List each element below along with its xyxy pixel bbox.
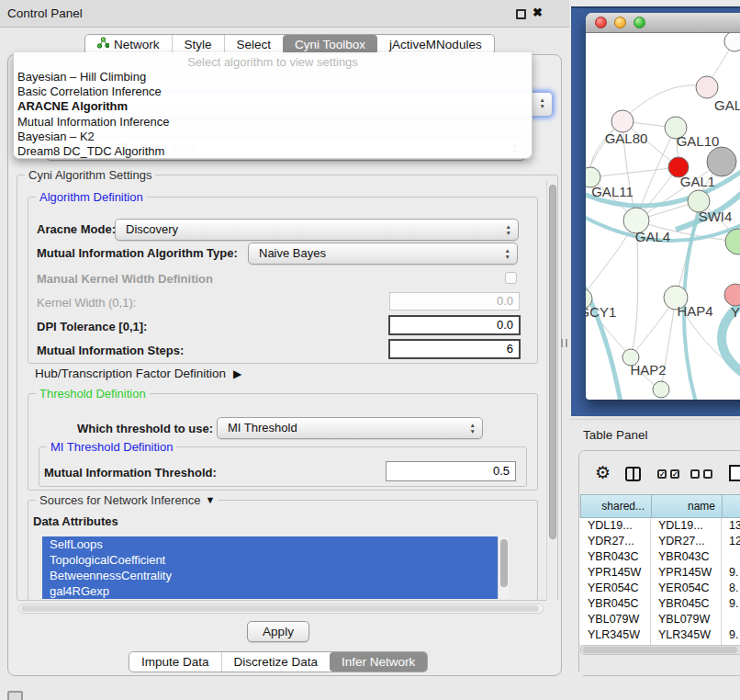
columns-icon[interactable] xyxy=(625,467,641,481)
list-scrollbar[interactable] xyxy=(498,536,509,599)
chevron-updown-icon: ▲▼ xyxy=(540,96,545,109)
checked-box-icon[interactable]: ✓ xyxy=(657,469,667,479)
checked-box-icon[interactable]: ✓ xyxy=(670,469,679,479)
network-node-label-SWI4: SWI4 xyxy=(699,209,733,224)
popup-item-bayesian-k2[interactable]: Bayesian – K2 xyxy=(14,130,532,144)
tab-infer-network[interactable]: Infer Network xyxy=(330,652,427,672)
table-cell[interactable]: YBR045C xyxy=(580,596,652,612)
tab-impute-data[interactable]: Impute Data xyxy=(129,652,221,672)
tab-network[interactable]: Network xyxy=(85,35,172,54)
which-threshold-combo[interactable]: MI Threshold ▲▼ xyxy=(217,417,483,439)
tab-select[interactable]: Select xyxy=(224,35,284,54)
network-node-y-partial[interactable] xyxy=(724,284,740,306)
mac-zoom-button[interactable] xyxy=(633,17,645,28)
mi-steps-field[interactable]: 6 xyxy=(388,339,521,359)
manual-kernel-checkbox[interactable] xyxy=(505,272,517,284)
table-panel-title: Table Panel xyxy=(583,423,648,448)
table-cell[interactable]: YPR145W xyxy=(651,565,723,581)
hub-definition-toggle[interactable]: Hub/Transcription Factor Definition ▶ xyxy=(35,367,241,381)
network-node-label-GAL11: GAL11 xyxy=(591,184,633,199)
network-edge[interactable] xyxy=(586,220,636,299)
tab-cyni-toolbox[interactable]: Cyni Toolbox xyxy=(283,35,377,54)
data-attributes-list[interactable]: SelfLoopsTopologicalCoefficientBetweenne… xyxy=(42,536,509,599)
table-cell[interactable]: YBR043C xyxy=(651,549,723,565)
cyni-settings-title: Cyni Algorithm Settings xyxy=(25,168,155,182)
mi-steps-label: Mutual Information Steps: xyxy=(37,344,184,358)
network-node-GAL80[interactable] xyxy=(611,110,633,132)
network-icon xyxy=(97,35,109,54)
network-node-gal-partial[interactable] xyxy=(696,76,718,98)
manual-kernel-label: Manual Kernel Width Definition xyxy=(37,272,213,287)
close-icon[interactable]: ✖ xyxy=(533,6,543,19)
table-cell[interactable]: YDR27... xyxy=(580,534,652,549)
network-node-label-y-partial: Y xyxy=(731,304,740,320)
table-horizontal-scrollbar[interactable] xyxy=(580,645,740,655)
table-header-shared[interactable]: shared... xyxy=(580,494,652,518)
table-cell[interactable]: YDL19... xyxy=(651,518,723,534)
attribute-item-gal4rgexp[interactable]: gal4RGexp xyxy=(42,583,498,599)
table-cell[interactable]: YLR345W xyxy=(651,627,723,643)
popup-item-basic-correlation-inference[interactable]: Basic Correlation Inference xyxy=(14,85,532,99)
mac-close-button[interactable] xyxy=(595,17,607,28)
network-node-gray-node[interactable] xyxy=(707,147,736,176)
table-cell[interactable]: YER054C xyxy=(651,581,723,596)
network-node-label-HAP4: HAP4 xyxy=(677,303,712,319)
table-header-name[interactable]: name xyxy=(651,494,723,518)
mac-minimize-button[interactable] xyxy=(614,17,626,28)
table-cell[interactable]: YBL079W xyxy=(580,612,652,627)
float-window-icon[interactable] xyxy=(516,9,526,19)
table-cell[interactable]: YDR27... xyxy=(651,534,723,549)
network-window-titlebar[interactable] xyxy=(586,13,740,33)
network-node-label-GAL10: GAL10 xyxy=(677,133,720,149)
table-cell[interactable]: YER054C xyxy=(580,581,652,596)
unchecked-box-icon[interactable] xyxy=(703,469,712,479)
table-header-col2[interactable] xyxy=(722,494,740,518)
network-edge[interactable] xyxy=(590,167,678,177)
mi-type-combo[interactable]: Naive Bayes ▲▼ xyxy=(248,243,518,265)
network-node-unlabeled-top[interactable] xyxy=(724,33,740,51)
popup-item-aracne-algorithm[interactable]: ARACNE Algorithm xyxy=(14,99,532,114)
table-cell[interactable]: 9. xyxy=(722,565,740,581)
table-cell[interactable]: YPR145W xyxy=(580,565,652,581)
apply-button[interactable]: Apply xyxy=(247,621,309,642)
attribute-item-topologicalcoefficient[interactable]: TopologicalCoefficient xyxy=(42,552,498,568)
corner-widget-icon[interactable] xyxy=(7,691,23,700)
unchecked-box-icon[interactable] xyxy=(690,469,700,479)
network-node-unlabeled-bottom[interactable] xyxy=(653,381,669,398)
table-cell[interactable]: YLR345W xyxy=(580,627,652,643)
network-edge[interactable] xyxy=(676,201,699,298)
settings-vertical-scrollbar[interactable] xyxy=(546,180,557,601)
tab-jactivemnodules[interactable]: jActiveMNodules xyxy=(377,35,494,54)
attribute-item-selfloops[interactable]: SelfLoops xyxy=(42,536,498,552)
network-node-label-HAP2: HAP2 xyxy=(630,362,666,378)
table-cell[interactable]: YBL079W xyxy=(651,612,723,627)
network-graph[interactable]: GALGAL80GAL10GAL1GAL11SWI4GAL4GCY1HAP4YH… xyxy=(586,33,740,400)
dpi-tolerance-field[interactable]: 0.0 xyxy=(388,315,521,335)
table-cell[interactable]: 8. xyxy=(722,581,740,596)
table-cell[interactable]: YBR045C xyxy=(651,596,723,612)
tab-style[interactable]: Style xyxy=(172,35,224,54)
collapse-arrow-icon: ▼ xyxy=(206,493,216,507)
page-icon[interactable] xyxy=(729,465,740,481)
aracne-mode-combo[interactable]: Discovery ▲▼ xyxy=(115,219,519,241)
attribute-item-betweennesscentrality[interactable]: BetweennessCentrality xyxy=(42,568,498,583)
sources-group-title[interactable]: Sources for Network Inference ▼ xyxy=(36,493,219,507)
mi-threshold-field[interactable]: 0.5 xyxy=(386,461,516,481)
tab-discretize-data[interactable]: Discretize Data xyxy=(221,652,331,672)
table-cell[interactable]: YDL19... xyxy=(580,518,652,534)
popup-item-dream8-dc-tdc-algorithm[interactable]: Dream8 DC_TDC Algorithm xyxy=(14,144,532,159)
gear-icon[interactable]: ⚙ xyxy=(595,463,611,483)
table-cell[interactable]: 12 xyxy=(722,534,740,549)
kernel-width-field[interactable]: 0.0 xyxy=(389,292,520,310)
table-cell[interactable]: YBR043C xyxy=(580,549,652,565)
table-panel-footer xyxy=(579,655,740,675)
popup-item-mutual-information-inference[interactable]: Mutual Information Inference xyxy=(14,115,532,130)
network-edge[interactable] xyxy=(586,272,621,400)
table-cell[interactable]: 13 xyxy=(722,518,740,534)
popup-item-bayesian-hill-climbing[interactable]: Bayesian – Hill Climbing xyxy=(14,70,532,85)
data-attributes-label: Data Attributes xyxy=(33,514,118,529)
settings-horizontal-scrollbar[interactable] xyxy=(18,604,544,614)
panel-divider-grip[interactable] xyxy=(561,339,567,347)
table-cell[interactable]: 9. xyxy=(722,627,740,643)
table-cell[interactable]: 9. xyxy=(722,596,740,612)
